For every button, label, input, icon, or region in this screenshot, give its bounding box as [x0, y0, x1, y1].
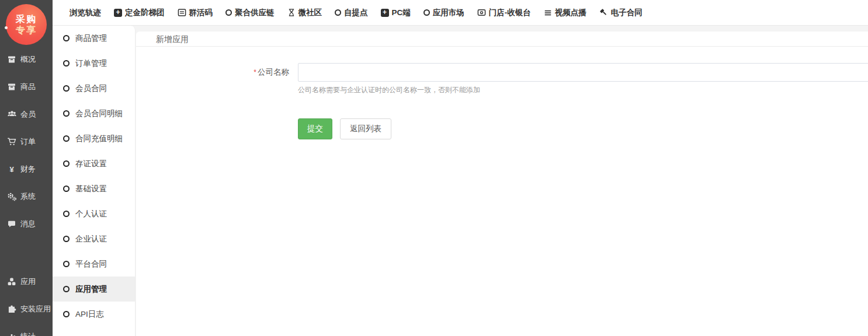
menu-item-order-management[interactable]: 订单管理 [53, 51, 135, 76]
menu-item-personal-auth[interactable]: 个人认证 [53, 201, 135, 226]
top-nav-label: 自提点 [344, 8, 368, 18]
menu-item-basic-settings[interactable]: 基础设置 [53, 176, 135, 201]
circle-icon [423, 9, 430, 16]
sidebar-item-products[interactable]: 商品 [0, 73, 53, 100]
top-nav-item-supply-chain[interactable]: 聚合供应链 [225, 8, 275, 18]
top-nav-label: 群活码 [189, 8, 213, 18]
page-title: 新增应用 [136, 32, 868, 47]
menu-item-enterprise-auth[interactable]: 企业认证 [53, 226, 135, 251]
menu-item-contract-recharge-detail[interactable]: 合同充值明细 [53, 126, 135, 151]
required-asterisk: * [254, 68, 256, 76]
menu-item-member-contract[interactable]: 会员合同 [53, 76, 135, 101]
menu-item-label: 商品管理 [75, 33, 107, 44]
sidebar-item-label: 统计 [20, 331, 36, 336]
top-nav-item-store-cashier[interactable]: 门店-收银台 [477, 8, 531, 18]
top-nav-item-video-on-demand[interactable]: 视频点播 [544, 8, 586, 18]
store-logo[interactable]: 采购 专享 [6, 4, 47, 45]
plus-square-icon: + [114, 9, 122, 17]
sidebar-item-label: 系统 [20, 191, 36, 202]
top-nav-item-e-contract[interactable]: 电子合同 [599, 8, 643, 18]
form-actions: 提交 返回列表 [298, 118, 868, 139]
primary-nav: 概况 商品 会员 订单 ¥ 财务 系统 [0, 46, 53, 336]
sidebar-item-label: 安装应用 [20, 304, 51, 314]
company-name-form-row: *公司名称 [136, 63, 868, 82]
sidebar-spacer [0, 237, 53, 268]
circle-bullet-icon [63, 160, 70, 167]
menu-item-label: 订单管理 [75, 58, 107, 69]
company-name-input[interactable] [298, 63, 868, 82]
menu-item-label: 企业认证 [75, 234, 107, 244]
sidebar-item-system[interactable]: 系统 [0, 183, 53, 210]
top-nav-label: 门店-收银台 [489, 8, 531, 18]
sidebar-item-messages[interactable]: 消息 [0, 210, 53, 237]
menu-item-evidence-settings[interactable]: 存证设置 [53, 151, 135, 176]
group-code-icon [178, 8, 186, 17]
plus-square-icon: + [381, 9, 389, 17]
svg-text:¥: ¥ [9, 164, 14, 173]
top-nav-item-pickup-point[interactable]: 自提点 [335, 8, 368, 18]
top-nav-item-pc-site[interactable]: + PC端 [381, 8, 411, 18]
company-name-helper-text: 公司名称需要与企业认证时的公司名称一致，否则不能添加 [298, 85, 868, 95]
top-nav-label: PC端 [392, 8, 411, 18]
circle-bullet-icon [63, 286, 70, 292]
menu-item-label: 应用管理 [75, 284, 107, 295]
circle-bullet-icon [63, 60, 70, 66]
top-nav-item-deposit-ladder-group[interactable]: + 定金阶梯团 [114, 8, 165, 18]
top-nav-label: 浏览轨迹 [70, 8, 101, 18]
circle-bullet-icon [63, 110, 70, 117]
menu-item-member-contract-detail[interactable]: 会员合同明细 [53, 101, 135, 126]
top-nav-item-micro-community[interactable]: 微社区 [287, 8, 322, 18]
top-nav-item-group-code[interactable]: 群活码 [178, 8, 213, 18]
menu-item-label: 基础设置 [75, 184, 107, 194]
sidebar-item-orders[interactable]: 订单 [0, 128, 53, 155]
circle-bullet-icon [63, 35, 70, 41]
circle-bullet-icon [63, 236, 70, 242]
logo-text-line1: 采购 [16, 13, 37, 24]
sidebar-item-members[interactable]: 会员 [0, 100, 53, 128]
sidebar-item-label: 订单 [20, 136, 36, 147]
top-nav-item-browse-tracks[interactable]: 浏览轨迹 [70, 8, 101, 18]
stats-icon [6, 332, 17, 336]
submit-button[interactable]: 提交 [298, 118, 332, 139]
top-nav-label: 应用市场 [433, 8, 464, 18]
sidebar-item-label: 应用 [20, 276, 36, 287]
gears-icon [6, 192, 17, 201]
circle-bullet-icon [63, 211, 70, 217]
company-name-label: *公司名称 [136, 63, 294, 82]
apps-icon [6, 277, 17, 286]
top-nav: 浏览轨迹 + 定金阶梯团 群活码 聚合供应链 微社区 自提点 + PC端 应用市… [53, 0, 868, 26]
back-to-list-button[interactable]: 返回列表 [340, 118, 391, 139]
logo-text-line2: 专享 [16, 24, 37, 36]
sidebar-item-finance[interactable]: ¥ 财务 [0, 155, 53, 183]
top-nav-label: 微社区 [298, 8, 322, 18]
sidebar-item-label: 会员 [20, 109, 36, 120]
menu-item-label: 个人认证 [75, 209, 107, 219]
menu-item-label: 会员合同明细 [75, 108, 123, 119]
yen-icon: ¥ [6, 164, 17, 174]
sidebar-item-install-apps[interactable]: 安装应用 [0, 295, 53, 323]
circle-bullet-icon [63, 311, 70, 317]
circle-bullet-icon [63, 85, 70, 92]
menu-item-platform-contract[interactable]: 平台合同 [53, 251, 135, 276]
top-nav-label: 电子合同 [611, 8, 643, 18]
cash-register-icon [477, 8, 486, 17]
menu-item-label: API日志 [75, 309, 104, 320]
sidebar-item-apps[interactable]: 应用 [0, 268, 53, 295]
menu-item-product-management[interactable]: 商品管理 [53, 26, 135, 51]
menu-item-label: 合同充值明细 [75, 134, 123, 144]
hourglass-icon [287, 8, 296, 17]
menu-item-api-log[interactable]: API日志 [53, 302, 135, 327]
sidebar-item-overview[interactable]: 概况 [0, 46, 53, 73]
sidebar-item-label: 商品 [20, 82, 36, 92]
product-box-icon [6, 82, 17, 92]
menu-item-label: 平台合同 [75, 259, 107, 270]
menu-item-app-management[interactable]: 应用管理 [53, 276, 135, 302]
top-nav-item-app-market[interactable]: 应用市场 [423, 8, 464, 18]
message-icon [6, 219, 17, 229]
main-content: 新增应用 *公司名称 公司名称需要与企业认证时的公司名称一致，否则不能添加 提交… [136, 32, 868, 336]
sidebar-item-stats[interactable]: 统计 [0, 323, 53, 336]
circle-bullet-icon [63, 135, 70, 142]
circle-bullet-icon [63, 186, 70, 192]
circle-bullet-icon [63, 261, 70, 267]
cart-icon [6, 137, 17, 146]
